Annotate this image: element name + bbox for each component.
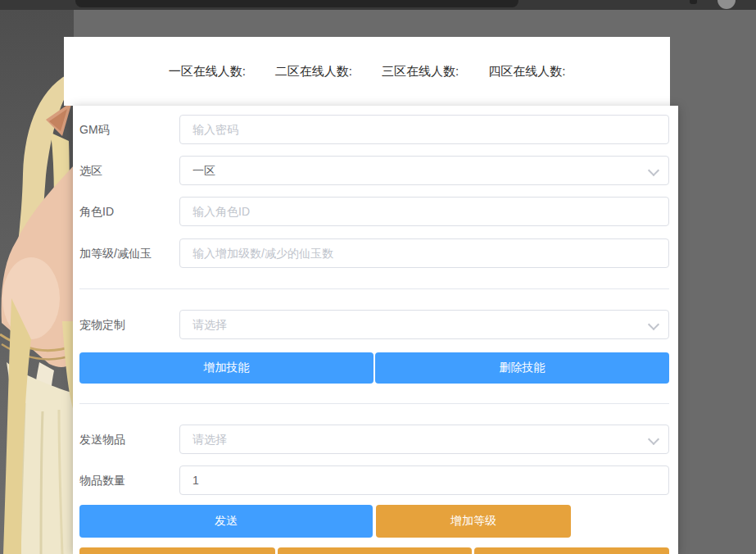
zone-label: 选区 <box>79 156 176 185</box>
row-role-id: 角色ID <box>73 197 678 226</box>
browser-topbar <box>0 0 756 10</box>
send-item-label: 发送物品 <box>79 425 176 454</box>
row-item-count: 物品数量 <box>73 465 678 495</box>
section-divider <box>79 403 669 404</box>
level-jade-input[interactable] <box>179 238 669 268</box>
pet-custom-placeholder: 请选择 <box>192 311 227 338</box>
item-count-label: 物品数量 <box>79 465 176 495</box>
row-level-jade: 加等级/减仙玉 <box>73 238 678 268</box>
background-character-image <box>0 10 74 554</box>
role-id-input[interactable] <box>179 197 669 226</box>
gm-code-input[interactable] <box>179 115 669 144</box>
bottom-action-button-1[interactable] <box>79 547 275 554</box>
zone3-online-count: 三区在线人数: <box>382 64 459 79</box>
gm-form-card: GM码 选区 一区 角色ID 加等级/减仙玉 宠物定制 请选择 增加技能 删除技… <box>73 106 678 554</box>
bottom-action-button-2[interactable] <box>278 547 472 554</box>
chevron-down-icon <box>648 434 659 445</box>
browser-address-bar[interactable] <box>75 0 518 7</box>
zone4-online-count: 四区在线人数: <box>488 64 565 79</box>
browser-extension-icon[interactable] <box>690 0 697 4</box>
add-skill-button[interactable]: 增加技能 <box>79 352 373 384</box>
section-divider <box>79 288 669 289</box>
pet-custom-label: 宠物定制 <box>79 310 176 339</box>
row-send-item: 发送物品 请选择 <box>73 425 678 454</box>
elf-girl-illustration <box>0 10 74 554</box>
item-count-input[interactable] <box>179 465 669 495</box>
level-jade-label: 加等级/减仙玉 <box>79 238 176 268</box>
zone2-online-count: 二区在线人数: <box>275 64 352 79</box>
zone1-online-count: 一区在线人数: <box>169 64 246 79</box>
send-button[interactable]: 发送 <box>79 505 373 538</box>
row-gm-code: GM码 <box>73 115 678 144</box>
chevron-down-icon <box>648 165 659 176</box>
online-stats-bar: 一区在线人数: 二区在线人数: 三区在线人数: 四区在线人数: <box>64 37 670 106</box>
send-item-select[interactable]: 请选择 <box>179 425 669 454</box>
zone-select-value: 一区 <box>192 157 215 184</box>
chevron-down-icon <box>648 319 659 330</box>
row-pet-custom: 宠物定制 请选择 <box>73 310 678 339</box>
role-id-label: 角色ID <box>79 197 176 226</box>
pet-custom-select[interactable]: 请选择 <box>179 310 669 339</box>
add-level-button[interactable]: 增加等级 <box>376 505 571 538</box>
send-item-placeholder: 请选择 <box>192 425 227 453</box>
delete-skill-button[interactable]: 删除技能 <box>375 352 669 384</box>
gm-code-label: GM码 <box>79 115 176 144</box>
bottom-action-button-3[interactable] <box>474 547 669 554</box>
row-zone: 选区 一区 <box>73 156 678 185</box>
user-avatar-icon[interactable] <box>718 0 736 9</box>
zone-select[interactable]: 一区 <box>179 156 669 185</box>
